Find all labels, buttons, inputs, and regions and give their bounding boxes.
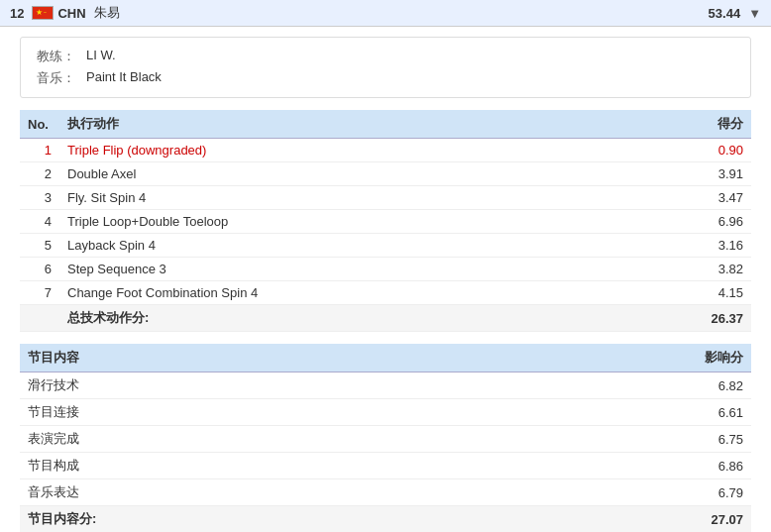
elements-table: No. 执行动作 得分 1 Triple Flip (downgraded) 0… [20, 110, 751, 332]
components-total-score: 27.07 [672, 506, 751, 533]
total-score: 53.44 [709, 6, 741, 21]
col-component-score: 影响分 [672, 344, 751, 372]
element-action: Step Sequence 3 [59, 258, 672, 281]
elements-header-row: No. 执行动作 得分 [20, 110, 751, 139]
element-score: 3.16 [672, 234, 751, 258]
element-num: 1 [20, 139, 59, 162]
header-row: 12 CHN 朱易 53.44 ▼ [0, 0, 771, 27]
col-score: 得分 [672, 110, 751, 139]
element-num: 7 [20, 281, 59, 305]
element-num: 2 [20, 162, 59, 186]
athlete-name: 朱易 [94, 4, 709, 22]
components-table: 节目内容 影响分 滑行技术 6.82 节目连接 6.61 表演完成 6.75 节… [20, 344, 751, 532]
country-code: CHN [57, 6, 85, 21]
info-box: 教练： LI W. 音乐： Paint It Black [20, 37, 751, 98]
elements-row: 7 Change Foot Combination Spin 4 4.15 [20, 281, 751, 305]
col-no: No. [20, 110, 59, 139]
component-score: 6.75 [672, 426, 751, 453]
element-action: Change Foot Combination Spin 4 [59, 281, 672, 305]
component-row: 节目连接 6.61 [20, 399, 751, 426]
elements-total-label: 总技术动作分: [59, 305, 672, 332]
elements-total-empty [20, 305, 59, 332]
components-total-label: 节目内容分: [20, 506, 672, 533]
element-score: 3.82 [672, 258, 751, 281]
components-total-row: 节目内容分: 27.07 [20, 506, 751, 533]
component-label: 音乐表达 [20, 479, 672, 506]
component-label: 节目连接 [20, 399, 672, 426]
coach-row: 教练： LI W. [37, 48, 734, 65]
col-component-label: 节目内容 [20, 344, 672, 372]
col-action: 执行动作 [59, 110, 672, 139]
elements-row: 5 Layback Spin 4 3.16 [20, 234, 751, 258]
component-score: 6.79 [672, 479, 751, 506]
element-action: Triple Loop+Double Toeloop [59, 210, 672, 234]
elements-row: 4 Triple Loop+Double Toeloop 6.96 [20, 210, 751, 234]
elements-row: 6 Step Sequence 3 3.82 [20, 258, 751, 281]
component-row: 表演完成 6.75 [20, 426, 751, 453]
component-row: 音乐表达 6.79 [20, 479, 751, 506]
element-action: Triple Flip (downgraded) [59, 139, 672, 162]
component-score: 6.82 [672, 372, 751, 399]
element-score: 3.47 [672, 186, 751, 210]
rank-number: 12 [10, 6, 24, 21]
component-label: 表演完成 [20, 426, 672, 453]
expand-chevron[interactable]: ▼ [748, 6, 761, 21]
element-score: 0.90 [672, 139, 751, 162]
element-action: Layback Spin 4 [59, 234, 672, 258]
component-label: 节目构成 [20, 453, 672, 479]
music-label: 音乐： [37, 69, 86, 87]
element-action: Double Axel [59, 162, 672, 186]
elements-total-row: 总技术动作分: 26.37 [20, 305, 751, 332]
music-value: Paint It Black [86, 69, 162, 87]
element-num: 6 [20, 258, 59, 281]
coach-value: LI W. [86, 48, 116, 65]
element-num: 3 [20, 186, 59, 210]
element-num: 4 [20, 210, 59, 234]
element-score: 4.15 [672, 281, 751, 305]
elements-total-score: 26.37 [672, 305, 751, 332]
element-score: 6.96 [672, 210, 751, 234]
element-num: 5 [20, 234, 59, 258]
component-row: 节目构成 6.86 [20, 453, 751, 479]
detail-panel: 教练： LI W. 音乐： Paint It Black No. 执行动作 得分… [0, 27, 771, 532]
element-action: Fly. Sit Spin 4 [59, 186, 672, 210]
component-score: 6.86 [672, 453, 751, 479]
elements-row: 3 Fly. Sit Spin 4 3.47 [20, 186, 751, 210]
component-label: 滑行技术 [20, 372, 672, 399]
coach-label: 教练： [37, 48, 86, 65]
component-row: 滑行技术 6.82 [20, 372, 751, 399]
elements-row: 2 Double Axel 3.91 [20, 162, 751, 186]
component-score: 6.61 [672, 399, 751, 426]
music-row: 音乐： Paint It Black [37, 69, 734, 87]
components-header-row: 节目内容 影响分 [20, 344, 751, 372]
elements-row: 1 Triple Flip (downgraded) 0.90 [20, 139, 751, 162]
element-score: 3.91 [672, 162, 751, 186]
country-flag [32, 6, 54, 20]
